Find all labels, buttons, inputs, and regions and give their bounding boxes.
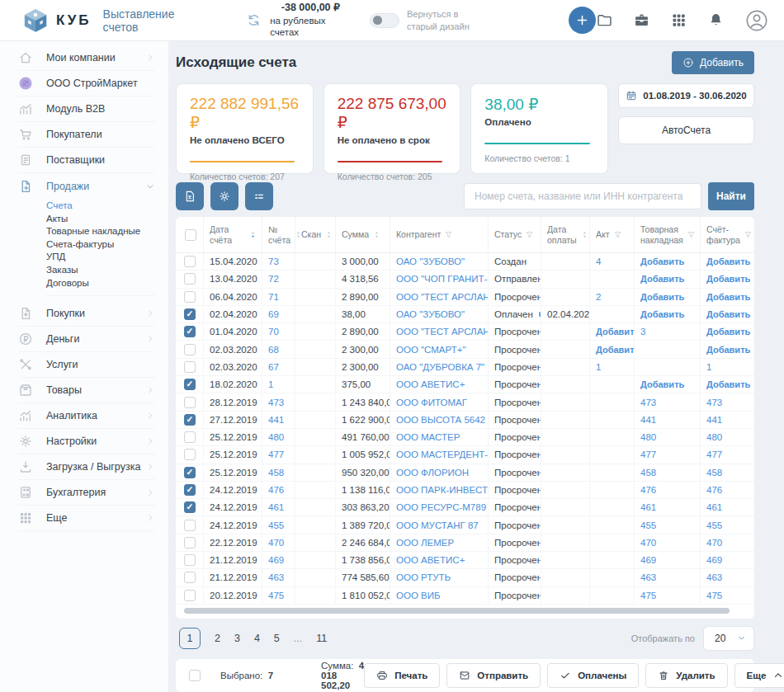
table-settings-button[interactable] [210,182,239,210]
cell-waybill-link[interactable]: 476 [640,485,656,495]
column-header[interactable]: Сумма [335,217,390,252]
cell-contragent-link[interactable]: ООО РТУТЬ [396,572,451,582]
cell-invoice-facture-link[interactable]: 441 [706,415,722,425]
cell-contragent-link[interactable]: ООО ЛЕМЕР [396,538,454,548]
cell-invoice-facture-link[interactable]: Добавить [706,327,750,337]
row-checkbox[interactable] [184,572,196,583]
cell-invoice-number-link[interactable]: 67 [268,362,279,372]
column-header[interactable]: Товарная накладная [634,217,700,252]
cell-waybill-link[interactable]: 458 [640,468,656,478]
cell-act-link[interactable]: Добавить [596,345,634,355]
cell-invoice-facture-link[interactable]: 480 [706,432,722,442]
cell-contragent-link[interactable]: ООО "ТЕСТ АРСЛАН" [396,292,488,302]
sidebar-item-9[interactable]: Товары [18,378,155,403]
cell-invoice-number-link[interactable]: 476 [268,485,284,495]
cell-invoice-number-link[interactable]: 480 [268,432,284,442]
sidebar-item-12[interactable]: Загрузка / Выгрузка [18,454,155,480]
sidebar-item-14[interactable]: Еще [18,506,155,531]
cell-invoice-facture-link[interactable]: 476 [706,485,722,495]
cell-act-link[interactable]: Добавить [596,327,634,337]
sidebar-item-3[interactable]: Покупатели [18,122,155,148]
cell-invoice-number-link[interactable]: 473 [268,398,284,407]
cell-contragent-link[interactable]: ООО "ТЕСТ АРСЛАН" [396,327,488,337]
cell-contragent-link[interactable]: ООО ПАРК-ИНВЕСТ [396,485,488,495]
row-checkbox[interactable] [184,537,196,548]
cell-invoice-facture-link[interactable]: 469 [706,555,722,565]
find-button[interactable]: Найти [708,182,754,210]
cell-waybill-link[interactable]: 473 [640,398,656,407]
cell-waybill-link[interactable]: 480 [640,432,656,442]
column-header[interactable]: Контрагент [390,217,488,252]
select-all-checkbox[interactable] [185,229,196,241]
pagination-page-3[interactable]: 3 [234,633,240,644]
cell-waybill-link[interactable]: 475 [640,591,656,600]
row-checkbox[interactable] [184,431,196,443]
sidebar-item-2[interactable]: Модуль B2B [18,97,155,122]
send-button[interactable]: Отправить [446,663,541,688]
column-header[interactable]: Статус [488,217,541,252]
cell-invoice-facture-link[interactable]: Добавить [706,292,750,302]
cell-invoice-facture-link[interactable]: 461 [706,502,722,512]
sort-icon[interactable] [324,230,333,239]
pagination-page-5[interactable]: 5 [274,633,280,644]
cell-waybill-link[interactable]: Добавить [640,257,684,266]
cell-invoice-number-link[interactable]: 477 [268,450,284,459]
sort-icon[interactable] [248,230,257,239]
cell-invoice-facture-link[interactable]: 473 [706,398,722,407]
sidebar-item-11[interactable]: Настройки [18,429,155,454]
cell-contragent-link[interactable]: ООО МАСТЕРДЕНТ-5001 [396,450,488,459]
submenu-item[interactable]: Акты [46,213,155,226]
cell-invoice-number-link[interactable]: 68 [268,345,279,355]
apps-icon[interactable] [670,12,687,29]
footer-select-checkbox[interactable] [189,670,201,681]
cell-contragent-link[interactable]: ООО АВЕТИС+ [396,379,465,389]
cell-contragent-link[interactable]: ОАО "ЗУБОВО" [396,257,465,266]
check-button[interactable]: Оплачены [547,663,639,688]
cell-invoice-facture-link[interactable]: 470 [706,538,722,548]
horizontal-scrollbar[interactable] [184,608,730,614]
cell-invoice-number-link[interactable]: 72 [268,274,279,284]
cell-act-link[interactable]: 2 [596,292,601,302]
sort-icon[interactable] [372,230,381,239]
sidebar-item-6[interactable]: Покупки [18,301,155,327]
cell-invoice-number-link[interactable]: 470 [268,538,284,548]
sort-icon[interactable] [580,230,589,239]
cell-waybill-link[interactable]: Добавить [640,292,684,302]
cell-invoice-number-link[interactable]: 461 [268,502,284,512]
more-button[interactable]: Еще [734,663,784,688]
cell-invoice-number-link[interactable]: 458 [268,468,284,478]
cell-waybill-link[interactable]: 463 [640,572,656,582]
refresh-icon[interactable] [246,12,262,28]
add-invoice-button[interactable]: Добавить [672,51,754,74]
row-checkbox[interactable] [184,467,196,478]
export-excel-button[interactable] [176,182,204,210]
cell-waybill-link[interactable]: 477 [640,450,656,459]
row-checkbox[interactable] [184,414,196,426]
cell-invoice-facture-link[interactable]: 475 [706,591,722,600]
row-checkbox[interactable] [184,308,196,320]
per-page-select[interactable]: 20 [703,626,754,651]
cell-act-link[interactable]: 4 [596,257,601,266]
cell-waybill-link[interactable]: 3 [640,327,645,337]
row-checkbox[interactable] [184,520,196,531]
submenu-item[interactable]: Договоры [46,277,155,290]
cell-contragent-link[interactable]: ООО ВИБ [396,591,441,600]
cell-invoice-facture-link[interactable]: 463 [706,572,722,582]
pagination-page-11[interactable]: 11 [316,633,327,644]
cell-invoice-facture-link[interactable]: 458 [706,468,722,478]
cell-invoice-facture-link[interactable]: Добавить [706,345,750,355]
cell-invoice-facture-link[interactable]: Добавить [706,379,750,389]
sidebar-item-13[interactable]: Бухгалтерия [18,480,155,506]
filter-icon[interactable] [687,230,696,239]
row-checkbox[interactable] [184,291,196,303]
cell-invoice-facture-link[interactable]: Добавить [706,309,750,319]
cell-contragent-link[interactable]: ООО МАСТЕР [396,432,460,442]
row-checkbox[interactable] [184,326,196,337]
pagination-page-4[interactable]: 4 [254,633,260,644]
printer-button[interactable]: Печать [364,663,440,688]
cell-invoice-number-link[interactable]: 441 [268,415,284,425]
cell-invoice-facture-link[interactable]: Добавить [706,274,750,284]
filter-icon[interactable] [744,230,753,239]
cell-invoice-number-link[interactable]: 69 [268,309,279,319]
cell-invoice-number-link[interactable]: 463 [268,572,284,582]
